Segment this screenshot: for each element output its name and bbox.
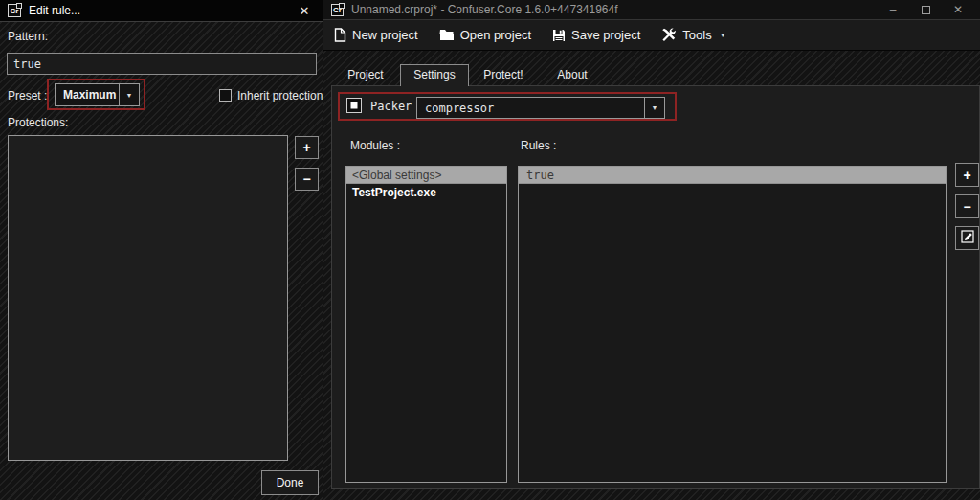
minimize-icon[interactable]: –: [877, 3, 909, 16]
protections-listbox[interactable]: [8, 135, 288, 461]
tools-menu-button[interactable]: Tools ▼: [661, 28, 725, 42]
open-project-button[interactable]: Open project: [439, 28, 531, 42]
done-button[interactable]: Done: [261, 470, 319, 495]
tools-icon: [661, 28, 677, 42]
list-item-module[interactable]: <Global settings>: [346, 167, 506, 184]
modules-listbox: <Global settings> TestProject.exe: [345, 166, 507, 483]
rules-label: Rules :: [521, 139, 556, 152]
edit-icon: [961, 230, 974, 246]
tab-settings[interactable]: Settings: [400, 64, 469, 86]
close-icon[interactable]: ✕: [942, 3, 974, 16]
maximize-icon[interactable]: [909, 6, 942, 14]
tab-about[interactable]: About: [538, 64, 607, 85]
tab-project[interactable]: Project: [331, 64, 400, 85]
list-item-module[interactable]: TestProject.exe: [346, 184, 506, 201]
new-document-icon: [333, 28, 346, 42]
edit-rule-titlebar[interactable]: Cr Edit rule... ✕: [0, 0, 323, 22]
chevron-down-icon: ▼: [720, 32, 726, 38]
new-project-button[interactable]: New project: [333, 28, 418, 42]
save-project-label: Save project: [571, 28, 640, 42]
packer-checkbox[interactable]: [346, 98, 362, 113]
toolbar: New project Open project Save project To…: [323, 19, 980, 51]
add-rule-button[interactable]: +: [955, 163, 979, 187]
main-window: Cr Unnamed.crproj* - Confuser.Core 1.6.0…: [323, 0, 980, 500]
protections-label: Protections:: [8, 116, 68, 129]
open-folder-icon: [439, 29, 455, 41]
list-item-rule[interactable]: true: [519, 167, 946, 184]
preset-dropdown-value: Maximum: [56, 84, 119, 105]
packer-dropdown[interactable]: compressor ▼: [416, 97, 665, 119]
tab-bar: Project Settings Protect! About: [331, 64, 607, 86]
app-logo-icon: Cr: [8, 4, 21, 17]
tools-label: Tools: [682, 28, 711, 42]
close-icon[interactable]: ✕: [292, 4, 317, 18]
open-project-label: Open project: [460, 28, 531, 42]
save-project-button[interactable]: Save project: [552, 28, 640, 42]
preset-label: Preset :: [8, 89, 47, 102]
pattern-input[interactable]: [7, 53, 317, 75]
main-titlebar[interactable]: Cr Unnamed.crproj* - Confuser.Core 1.6.0…: [323, 0, 980, 19]
edit-rule-window: Cr Edit rule... ✕ Pattern: Preset : Maxi…: [0, 0, 323, 500]
main-window-title: Unnamed.crproj* - Confuser.Core 1.6.0+44…: [351, 3, 618, 16]
add-protection-button[interactable]: +: [295, 136, 319, 159]
save-floppy-icon: [552, 29, 566, 42]
pattern-label: Pattern:: [8, 30, 48, 43]
edit-rule-button[interactable]: [955, 226, 979, 250]
settings-tab-panel: Packer : compressor ▼ Modules : <Global …: [331, 85, 980, 489]
inherit-protections-label: Inherit protections: [237, 89, 323, 102]
chevron-down-icon[interactable]: ▼: [644, 98, 664, 118]
remove-rule-button[interactable]: −: [955, 194, 979, 218]
edit-rule-title: Edit rule...: [29, 4, 80, 17]
modules-label: Modules :: [350, 139, 400, 152]
tab-protect[interactable]: Protect!: [469, 64, 538, 85]
inherit-protections-checkbox[interactable]: [219, 89, 232, 102]
new-project-label: New project: [352, 28, 418, 42]
remove-protection-button[interactable]: −: [295, 168, 319, 191]
chevron-down-icon[interactable]: ▼: [119, 84, 139, 105]
packer-dropdown-value: compressor: [417, 98, 644, 118]
rules-listbox: true: [518, 166, 947, 483]
app-logo-icon: Cr: [331, 4, 344, 16]
preset-dropdown[interactable]: Maximum ▼: [55, 83, 140, 106]
